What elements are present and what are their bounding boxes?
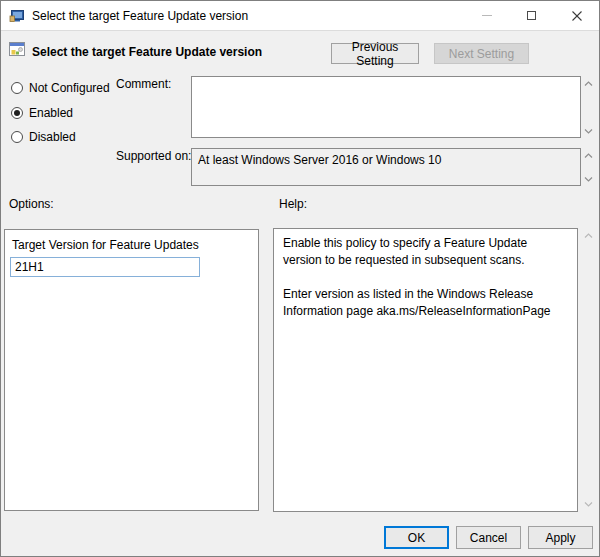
close-icon	[572, 11, 582, 21]
comment-label: Comment:	[116, 77, 171, 91]
window-title: Select the target Feature Update version	[32, 9, 248, 23]
help-label: Help:	[279, 197, 307, 211]
help-paragraph: Enable this policy to specify a Feature …	[283, 235, 568, 269]
radio-circle-icon	[11, 82, 23, 94]
radio-disabled[interactable]: Disabled	[11, 130, 76, 144]
options-label: Options:	[9, 197, 54, 211]
target-version-field-label: Target Version for Feature Updates	[12, 238, 199, 252]
scroll-up-icon[interactable]	[584, 153, 593, 159]
scroll-up-icon[interactable]	[584, 81, 593, 87]
maximize-icon	[527, 11, 536, 20]
radio-enabled[interactable]: Enabled	[11, 106, 73, 120]
policy-setting-dialog: Select the target Feature Update version…	[0, 0, 600, 557]
radio-label: Enabled	[29, 106, 73, 120]
minimize-button[interactable]	[464, 1, 509, 30]
help-panel: Enable this policy to specify a Feature …	[273, 228, 578, 512]
scroll-down-icon[interactable]	[584, 501, 593, 507]
window-controls	[464, 1, 599, 30]
policy-setting-icon	[9, 41, 25, 57]
comment-textarea[interactable]	[191, 76, 581, 138]
ok-button[interactable]: OK	[384, 526, 449, 549]
radio-label: Disabled	[29, 130, 76, 144]
scroll-up-icon[interactable]	[584, 233, 593, 239]
group-policy-app-icon	[9, 8, 25, 24]
radio-label: Not Configured	[29, 81, 110, 95]
apply-button[interactable]: Apply	[528, 526, 593, 549]
options-panel: Target Version for Feature Updates	[4, 229, 259, 511]
title-bar: Select the target Feature Update version	[1, 1, 599, 31]
setting-title: Select the target Feature Update version	[32, 45, 262, 59]
help-paragraph: Enter version as listed in the Windows R…	[283, 286, 568, 320]
radio-not-configured[interactable]: Not Configured	[11, 81, 110, 95]
minimize-icon	[482, 15, 492, 16]
scroll-down-icon[interactable]	[584, 176, 593, 182]
target-version-input[interactable]	[10, 257, 200, 277]
close-button[interactable]	[554, 1, 599, 30]
scroll-down-icon[interactable]	[584, 128, 593, 134]
next-setting-button[interactable]: Next Setting	[434, 43, 529, 64]
radio-circle-icon	[11, 131, 23, 143]
maximize-button[interactable]	[509, 1, 554, 30]
cancel-button[interactable]: Cancel	[456, 526, 521, 549]
supported-on-value: At least Windows Server 2016 or Windows …	[191, 148, 581, 186]
radio-circle-checked-icon	[11, 107, 23, 119]
supported-on-label: Supported on:	[116, 149, 191, 163]
previous-setting-button[interactable]: Previous Setting	[331, 43, 419, 64]
